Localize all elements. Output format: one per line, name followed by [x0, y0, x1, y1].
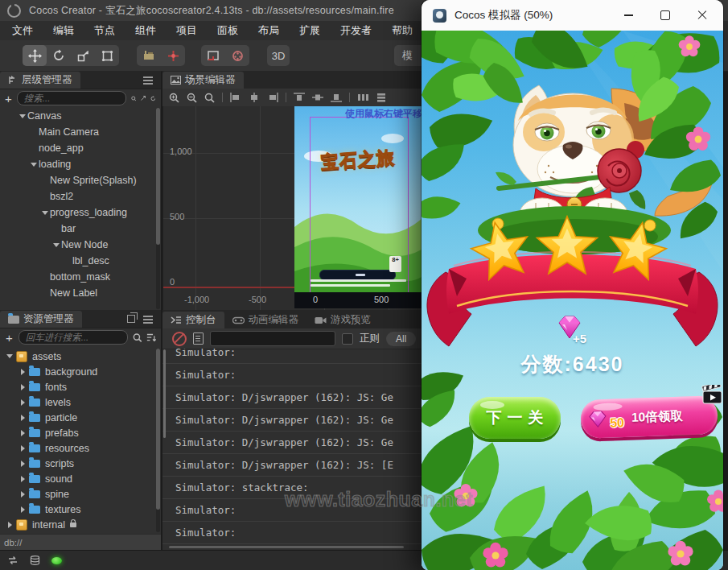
menu-item-帮助[interactable]: 帮助	[387, 22, 417, 39]
hierarchy-node[interactable]: lbl_desc	[0, 253, 161, 269]
collapse-arrow-icon[interactable]	[18, 430, 27, 436]
tab-hierarchy[interactable]: 层级管理器	[0, 72, 80, 89]
align-left-icon[interactable]	[230, 93, 241, 102]
menu-item-组件[interactable]: 组件	[130, 22, 161, 39]
asset-item[interactable]: internal	[0, 517, 161, 532]
log-line[interactable]: Simulator:	[162, 349, 422, 364]
expand-arrow-icon[interactable]	[29, 163, 39, 167]
zoom-out-icon[interactable]	[187, 93, 197, 103]
console-filter-input[interactable]	[210, 331, 335, 346]
tab-assets[interactable]: 资源管理器	[0, 311, 82, 328]
search-icon[interactable]	[131, 93, 137, 104]
collapse-arrow-icon[interactable]	[18, 384, 27, 390]
sync-icon[interactable]	[7, 556, 19, 565]
collapse-arrow-icon[interactable]	[18, 445, 27, 452]
hierarchy-search-input[interactable]	[17, 91, 126, 105]
asset-item[interactable]: scripts	[0, 456, 161, 471]
align-top-icon[interactable]	[294, 93, 305, 102]
asset-item[interactable]: fonts	[0, 379, 161, 394]
search-icon[interactable]	[133, 332, 142, 343]
hierarchy-node[interactable]: New Node	[0, 237, 161, 253]
gizmo-rect-button[interactable]	[95, 45, 119, 66]
video-ad-icon[interactable]	[701, 385, 723, 406]
refresh-icon[interactable]	[150, 93, 156, 104]
tab-scene[interactable]: 场景编辑器	[162, 72, 244, 89]
hierarchy-menu-icon[interactable]	[143, 80, 153, 81]
zoom-reset-icon[interactable]	[204, 93, 215, 103]
menu-item-开发者[interactable]: 开发者	[335, 22, 376, 39]
locate-node-icon[interactable]	[141, 93, 146, 103]
align-right-icon[interactable]	[267, 93, 278, 102]
gizmo-rotate-button[interactable]	[47, 45, 71, 66]
menu-item-面板[interactable]: 面板	[212, 22, 243, 39]
collapse-arrow-icon[interactable]	[18, 369, 27, 375]
assets-menu-icon[interactable]	[143, 319, 153, 320]
minimize-button[interactable]	[612, 0, 644, 31]
log-line[interactable]: Simulator: D/jswrapper (162): JS: Ge	[162, 386, 422, 409]
debug-view-button[interactable]	[225, 45, 249, 66]
asset-item[interactable]: background	[0, 364, 161, 379]
expand-arrow-icon[interactable]	[40, 211, 50, 215]
close-button[interactable]	[686, 0, 718, 31]
collapse-arrow-icon[interactable]	[18, 476, 27, 482]
asset-item[interactable]: particle	[0, 410, 161, 425]
hierarchy-node[interactable]: Main Camera	[0, 124, 161, 140]
gizmo-scale-button[interactable]	[71, 45, 95, 66]
collapse-arrow-icon[interactable]	[18, 415, 27, 421]
asset-item[interactable]: assets	[0, 349, 161, 364]
expand-arrow-icon[interactable]	[5, 354, 14, 358]
zoom-in-icon[interactable]	[169, 93, 179, 103]
collapse-arrow-icon[interactable]	[5, 522, 14, 528]
hierarchy-node[interactable]: Canvas	[0, 108, 161, 124]
asset-item[interactable]: levels	[0, 394, 161, 410]
gizmo-move-button[interactable]	[23, 45, 47, 66]
menu-item-项目[interactable]: 项目	[171, 22, 202, 39]
log-line[interactable]: Simulator: D/jswrapper (162): JS: Ge	[162, 409, 422, 432]
hierarchy-scrollbar[interactable]	[156, 108, 160, 309]
collapse-arrow-icon[interactable]	[18, 491, 27, 498]
console-vscrollbar[interactable]	[163, 349, 166, 438]
hierarchy-node[interactable]: bottom_mask	[0, 269, 161, 285]
pivot-mode-button[interactable]	[137, 45, 161, 66]
hierarchy-node[interactable]: loading	[0, 156, 161, 172]
align-middle-icon[interactable]	[312, 93, 323, 102]
next-level-button[interactable]: 下一关	[469, 397, 561, 439]
collapse-arrow-icon[interactable]	[18, 399, 27, 406]
sort-icon[interactable]	[146, 332, 156, 343]
open-log-file-icon[interactable]	[193, 332, 204, 345]
create-node-button[interactable]: +	[5, 93, 12, 105]
asset-item[interactable]: spine	[0, 486, 161, 502]
hierarchy-node[interactable]: node_app	[0, 140, 161, 156]
align-bottom-icon[interactable]	[331, 93, 342, 102]
scene-viewport[interactable]: 1,000 500 0 宝石之旅	[162, 106, 422, 310]
log-line[interactable]: Simulator:	[162, 522, 422, 544]
tab-animation[interactable]: 动画编辑器	[224, 312, 307, 328]
align-center-vertical-icon[interactable]	[249, 93, 260, 102]
3d-toggle-button[interactable]: 3D	[267, 45, 290, 66]
log-line[interactable]: Simulator:	[162, 364, 422, 386]
console-hscrollbar[interactable]	[169, 546, 404, 549]
tab-game-preview[interactable]: 游戏预览	[306, 312, 379, 328]
hierarchy-node[interactable]: New Label	[0, 285, 161, 301]
tab-console[interactable]: 控制台	[162, 312, 224, 328]
asset-item[interactable]: prefabs	[0, 425, 161, 440]
create-asset-button[interactable]: +	[5, 332, 14, 344]
hierarchy-node[interactable]: bszl2	[0, 188, 161, 204]
expand-arrow-icon[interactable]	[18, 114, 27, 118]
regex-checkbox[interactable]	[342, 333, 353, 345]
clear-console-icon[interactable]	[172, 332, 187, 346]
canvas-fit-button[interactable]	[201, 45, 225, 66]
popout-icon[interactable]	[127, 315, 135, 323]
asset-item[interactable]: sound	[0, 471, 161, 486]
log-line[interactable]: Simulator: D/jswrapper (162): JS: [E	[162, 454, 422, 477]
maximize-button[interactable]	[649, 0, 681, 31]
log-line[interactable]: Simulator: D/jswrapper (162): JS: Ge	[162, 432, 422, 454]
assets-scrollbar[interactable]	[156, 349, 160, 532]
hierarchy-node[interactable]: New Sprite(Splash)	[0, 172, 161, 188]
asset-item[interactable]: resources	[0, 440, 161, 456]
expand-arrow-icon[interactable]	[51, 243, 61, 247]
collapse-arrow-icon[interactable]	[18, 461, 27, 467]
hierarchy-node[interactable]: progress_loading	[0, 204, 161, 221]
collapse-arrow-icon[interactable]	[18, 506, 27, 513]
menu-item-文件[interactable]: 文件	[7, 22, 38, 39]
